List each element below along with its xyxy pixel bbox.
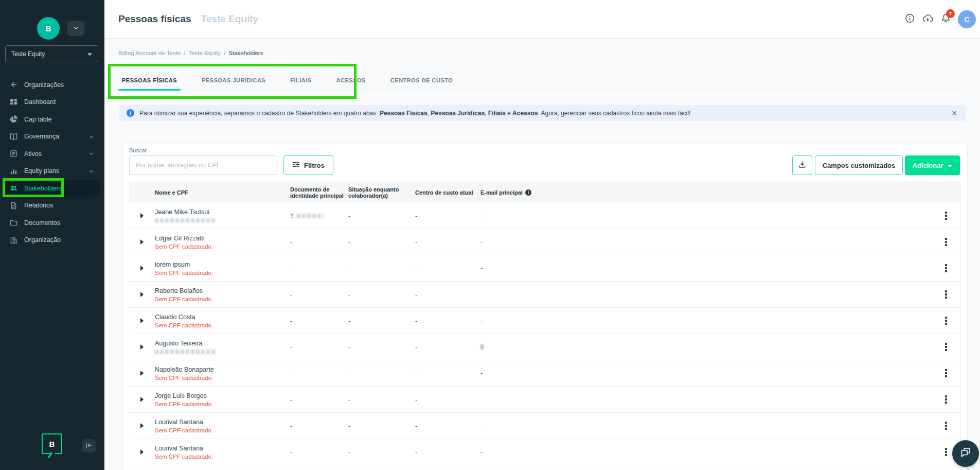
sidebar-item-relatorios[interactable]: Relatórios [0,197,104,215]
page-subtitle: Teste Equity [201,13,259,25]
row-menu-button[interactable] [942,393,950,406]
organization-icon [9,236,17,244]
custom-fields-button[interactable]: Campos customizados [815,155,903,175]
kebab-icon [945,369,947,377]
doc-value: 1. [290,213,295,220]
row-menu-button[interactable] [942,262,950,275]
download-button[interactable] [792,155,812,175]
sidebar-item-ativos[interactable]: Ativos [0,145,104,163]
row-menu-button[interactable] [942,235,950,249]
sidebar-item-cap-table[interactable]: Cap table [0,111,104,128]
row-expand-button[interactable] [138,447,146,457]
chevron-down-icon [88,168,94,174]
row-menu-button[interactable] [942,209,950,222]
row-menu-button[interactable] [942,419,950,432]
sidebar-item-governanca[interactable]: Governança [0,128,104,146]
kebab-icon [945,317,947,325]
banner-close-button[interactable]: ✕ [950,109,958,117]
column-header-email: E-mail principal [480,189,932,196]
tab-pessoas-juridicas[interactable]: PESSOAS JURÍDICAS [198,71,269,90]
notifications-button[interactable]: 7 [941,13,951,25]
tab-centros-de-custo[interactable]: CENTROS DE CUSTO [387,71,456,90]
actions-cell [932,367,960,380]
tab-label: CENTROS DE CUSTO [390,77,453,83]
tab-bar: PESSOAS FÍSICASPESSOAS JURÍDICASFILIAISA… [118,71,966,90]
chevron-down-icon [88,134,94,140]
doc-value: - [290,449,292,456]
row-expand-button[interactable] [138,395,146,404]
column-header-label: E-mail principal [480,189,523,196]
row-menu-button[interactable] [942,445,950,459]
stakeholders-card: Buscar Filtros Campos customizados Adici… [122,143,968,470]
chat-launcher-button[interactable] [952,440,979,467]
banner-segment: Para otimizar sua experiência, separamos… [139,110,380,117]
cloud-download-icon [922,14,934,25]
workspace-switcher-button[interactable] [67,21,84,36]
doc-cell: - [290,316,348,325]
email-value: - [480,265,483,272]
column-header-name: Nome e CPF [155,189,290,196]
row-expand-button[interactable] [138,211,146,220]
row-menu-button[interactable] [942,288,950,301]
filters-button[interactable]: Filtros [283,155,333,175]
filters-button-label: Filtros [304,162,325,169]
cpf-status: Sem CPF cadastrado. [155,322,285,328]
row-expand-button[interactable] [138,237,146,247]
row-menu-button[interactable] [942,314,950,327]
email-value: - [480,422,483,429]
row-expand-button[interactable] [138,316,146,325]
email-cell: - [480,370,932,377]
actions-cell [932,288,960,301]
sidebar-item-organizacoes[interactable]: Organizações [0,76,104,94]
row-expand-button[interactable] [138,342,146,352]
table-row: Lourival SantanaSem CPF cadastrado.---- [129,439,960,465]
sidebar-collapse-button[interactable] [82,439,96,452]
sidebar-item-dashboard[interactable]: Dashboard [0,94,104,111]
doc-value: - [290,396,292,404]
table-row: Edgar Gil RizzattiSem CPF cadastrado.---… [129,229,960,255]
workspace-select[interactable]: Teste Equity [5,45,98,62]
column-header-centro: Centro de custo atual [415,189,480,196]
sidebar-item-equity-plans[interactable]: Equity plans [0,163,104,180]
row-menu-button[interactable] [942,340,950,354]
centro-value: - [415,239,417,246]
doc-cell: - [290,290,348,299]
row-expand-button[interactable] [138,290,146,299]
tab-filiais[interactable]: FILIAIS [287,71,315,90]
stakeholder-name: Lourival Santana [155,445,285,452]
situacao-value: - [348,396,350,404]
kebab-icon [945,290,947,299]
sidebar-item-organizacao[interactable]: Organização [0,232,104,249]
add-button[interactable]: Adicionar [905,155,960,175]
redacted-email [480,344,484,350]
sidebar-item-documentos[interactable]: Documentos [0,214,104,232]
cpf-status: Sem CPF cadastrado. [155,454,285,460]
name-cell: Jeane Mike Tsutsui [155,208,290,223]
info-icon[interactable] [525,189,531,196]
sidebar-item-stakeholders[interactable]: Stakeholders [0,180,104,197]
tab-pessoas-fisicas[interactable]: PESSOAS FÍSICAS [118,71,181,90]
kebab-icon [945,395,947,404]
breadcrumb-item[interactable]: Billing Account de Teste [118,50,181,56]
sidebar-item-label: Organizações [24,81,64,89]
export-downloads-button[interactable] [922,14,934,25]
row-expand-button[interactable] [138,369,146,378]
centro-value: - [415,291,417,299]
breadcrumb-item[interactable]: Teste Equity [188,50,221,56]
table-row: Augusto Teixeira--- [129,334,960,360]
centro-value: - [415,423,417,430]
page-title: Pessoas físicas [118,13,191,25]
row-expand-button[interactable] [138,421,146,430]
help-info-button[interactable] [905,13,915,25]
email-cell: - [480,265,932,272]
row-menu-button[interactable] [942,367,950,380]
situacao-cell: - [348,421,415,430]
centro-value: - [415,344,417,351]
row-expand-button[interactable] [138,264,146,273]
workspace-logo-avatar[interactable]: B [37,17,60,40]
user-avatar[interactable]: C [958,10,976,28]
search-input[interactable] [129,155,277,175]
cpf-status: Sem CPF cadastrado. [155,296,285,302]
doc-value: - [290,265,292,272]
tab-acessos[interactable]: ACESSOS [333,71,369,90]
